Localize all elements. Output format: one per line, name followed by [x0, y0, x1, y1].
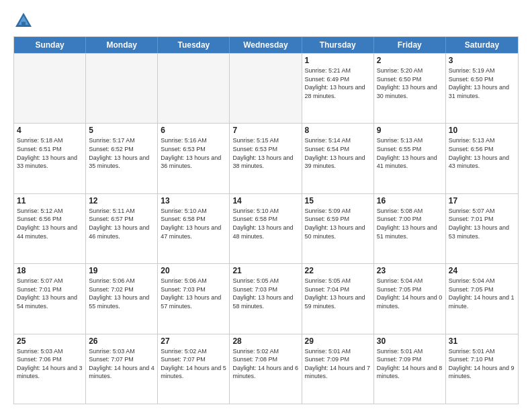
day-number: 15 [305, 196, 371, 205]
cal-cell: 21Sunrise: 5:05 AM Sunset: 7:03 PM Dayli… [230, 264, 302, 333]
cal-cell: 14Sunrise: 5:10 AM Sunset: 6:58 PM Dayli… [230, 194, 302, 263]
cal-cell: 11Sunrise: 5:12 AM Sunset: 6:56 PM Dayli… [14, 194, 86, 263]
cal-cell: 18Sunrise: 5:07 AM Sunset: 7:01 PM Dayli… [14, 264, 86, 333]
cal-week-4: 18Sunrise: 5:07 AM Sunset: 7:01 PM Dayli… [14, 263, 518, 333]
cal-header-friday: Friday [374, 37, 446, 53]
cal-week-3: 11Sunrise: 5:12 AM Sunset: 6:56 PM Dayli… [14, 193, 518, 263]
cal-header-monday: Monday [86, 37, 158, 53]
cal-cell: 19Sunrise: 5:06 AM Sunset: 7:02 PM Dayli… [86, 264, 158, 333]
day-number: 27 [161, 336, 226, 346]
day-number: 11 [17, 196, 83, 205]
calendar-body: 1Sunrise: 5:21 AM Sunset: 6:49 PM Daylig… [14, 53, 518, 404]
day-number: 3 [449, 56, 515, 65]
cell-info: Sunrise: 5:01 AM Sunset: 7:09 PM Dayligh… [377, 347, 443, 381]
cell-info: Sunrise: 5:07 AM Sunset: 7:01 PM Dayligh… [17, 277, 83, 310]
cal-cell: 20Sunrise: 5:06 AM Sunset: 7:03 PM Dayli… [158, 264, 230, 333]
day-number: 30 [377, 336, 443, 346]
cal-cell: 8Sunrise: 5:14 AM Sunset: 6:54 PM Daylig… [302, 124, 374, 193]
cell-info: Sunrise: 5:12 AM Sunset: 6:56 PM Dayligh… [17, 207, 83, 240]
cal-cell: 6Sunrise: 5:16 AM Sunset: 6:53 PM Daylig… [158, 124, 230, 193]
cal-cell: 9Sunrise: 5:13 AM Sunset: 6:55 PM Daylig… [374, 124, 446, 193]
cell-info: Sunrise: 5:13 AM Sunset: 6:55 PM Dayligh… [377, 136, 443, 170]
cal-cell: 24Sunrise: 5:04 AM Sunset: 7:05 PM Dayli… [446, 264, 518, 333]
cell-info: Sunrise: 5:10 AM Sunset: 6:58 PM Dayligh… [161, 207, 226, 240]
cell-info: Sunrise: 5:04 AM Sunset: 7:05 PM Dayligh… [377, 277, 443, 310]
cell-info: Sunrise: 5:03 AM Sunset: 7:07 PM Dayligh… [89, 347, 154, 381]
calendar: SundayMondayTuesdayWednesdayThursdayFrid… [13, 36, 519, 404]
cell-info: Sunrise: 5:11 AM Sunset: 6:57 PM Dayligh… [89, 207, 154, 240]
cal-cell: 28Sunrise: 5:02 AM Sunset: 7:08 PM Dayli… [230, 334, 302, 404]
day-number: 22 [305, 266, 371, 275]
cal-cell: 17Sunrise: 5:07 AM Sunset: 7:01 PM Dayli… [446, 194, 518, 263]
cal-cell: 22Sunrise: 5:05 AM Sunset: 7:04 PM Dayli… [302, 264, 374, 333]
cell-info: Sunrise: 5:19 AM Sunset: 6:50 PM Dayligh… [449, 66, 515, 100]
day-number: 14 [232, 196, 298, 205]
day-number: 24 [449, 266, 515, 275]
cal-week-5: 25Sunrise: 5:03 AM Sunset: 7:06 PM Dayli… [14, 334, 518, 404]
cal-cell: 29Sunrise: 5:01 AM Sunset: 7:09 PM Dayli… [302, 334, 374, 404]
cal-cell: 16Sunrise: 5:08 AM Sunset: 7:00 PM Dayli… [374, 194, 446, 263]
day-number: 31 [449, 336, 515, 346]
header [13, 11, 519, 31]
cal-header-thursday: Thursday [302, 37, 374, 53]
day-number: 29 [305, 336, 371, 346]
cal-cell: 15Sunrise: 5:09 AM Sunset: 6:59 PM Dayli… [302, 194, 374, 263]
cal-header-sunday: Sunday [14, 37, 86, 53]
cal-cell: 10Sunrise: 5:13 AM Sunset: 6:56 PM Dayli… [446, 124, 518, 193]
day-number: 23 [377, 266, 443, 275]
cell-info: Sunrise: 5:02 AM Sunset: 7:08 PM Dayligh… [232, 347, 298, 381]
cell-info: Sunrise: 5:17 AM Sunset: 6:52 PM Dayligh… [89, 136, 154, 170]
cell-info: Sunrise: 5:05 AM Sunset: 7:04 PM Dayligh… [305, 277, 371, 310]
day-number: 6 [161, 126, 226, 135]
day-number: 2 [377, 56, 443, 65]
day-number: 19 [89, 266, 154, 275]
cal-cell: 31Sunrise: 5:01 AM Sunset: 7:10 PM Dayli… [446, 334, 518, 404]
cal-cell: 3Sunrise: 5:19 AM Sunset: 6:50 PM Daylig… [446, 54, 518, 123]
cal-cell: 2Sunrise: 5:20 AM Sunset: 6:50 PM Daylig… [374, 54, 446, 123]
day-number: 18 [17, 266, 83, 275]
cell-info: Sunrise: 5:03 AM Sunset: 7:06 PM Dayligh… [17, 347, 83, 381]
day-number: 13 [161, 196, 226, 205]
cell-info: Sunrise: 5:07 AM Sunset: 7:01 PM Dayligh… [449, 207, 515, 240]
cell-info: Sunrise: 5:20 AM Sunset: 6:50 PM Dayligh… [377, 66, 443, 100]
cal-cell: 7Sunrise: 5:15 AM Sunset: 6:53 PM Daylig… [230, 124, 302, 193]
cal-cell [158, 54, 230, 123]
day-number: 1 [305, 56, 371, 65]
svg-rect-2 [21, 22, 26, 28]
cal-cell [86, 54, 158, 123]
logo [13, 11, 38, 31]
day-number: 7 [232, 126, 298, 135]
day-number: 17 [449, 196, 515, 205]
cal-header-saturday: Saturday [446, 37, 518, 53]
day-number: 21 [232, 266, 298, 275]
cell-info: Sunrise: 5:02 AM Sunset: 7:07 PM Dayligh… [161, 347, 226, 381]
cell-info: Sunrise: 5:04 AM Sunset: 7:05 PM Dayligh… [449, 277, 515, 310]
cal-week-1: 1Sunrise: 5:21 AM Sunset: 6:49 PM Daylig… [14, 53, 518, 123]
cell-info: Sunrise: 5:18 AM Sunset: 6:51 PM Dayligh… [17, 136, 83, 170]
cell-info: Sunrise: 5:15 AM Sunset: 6:53 PM Dayligh… [232, 136, 298, 170]
day-number: 16 [377, 196, 443, 205]
cal-header-tuesday: Tuesday [158, 37, 230, 53]
cal-cell: 26Sunrise: 5:03 AM Sunset: 7:07 PM Dayli… [86, 334, 158, 404]
cell-info: Sunrise: 5:01 AM Sunset: 7:10 PM Dayligh… [449, 347, 515, 381]
day-number: 12 [89, 196, 154, 205]
cal-cell [230, 54, 302, 123]
day-number: 25 [17, 336, 83, 346]
cell-info: Sunrise: 5:16 AM Sunset: 6:53 PM Dayligh… [161, 136, 226, 170]
day-number: 9 [377, 126, 443, 135]
cell-info: Sunrise: 5:06 AM Sunset: 7:03 PM Dayligh… [161, 277, 226, 310]
cal-cell: 5Sunrise: 5:17 AM Sunset: 6:52 PM Daylig… [86, 124, 158, 193]
cal-cell: 27Sunrise: 5:02 AM Sunset: 7:07 PM Dayli… [158, 334, 230, 404]
day-number: 28 [232, 336, 298, 346]
cell-info: Sunrise: 5:10 AM Sunset: 6:58 PM Dayligh… [232, 207, 298, 240]
cell-info: Sunrise: 5:01 AM Sunset: 7:09 PM Dayligh… [305, 347, 371, 381]
day-number: 4 [17, 126, 83, 135]
cell-info: Sunrise: 5:05 AM Sunset: 7:03 PM Dayligh… [232, 277, 298, 310]
cal-cell [14, 54, 86, 123]
cal-cell: 1Sunrise: 5:21 AM Sunset: 6:49 PM Daylig… [302, 54, 374, 123]
cell-info: Sunrise: 5:13 AM Sunset: 6:56 PM Dayligh… [449, 136, 515, 170]
day-number: 10 [449, 126, 515, 135]
cal-header-wednesday: Wednesday [230, 37, 302, 53]
cell-info: Sunrise: 5:21 AM Sunset: 6:49 PM Dayligh… [305, 66, 371, 100]
cal-cell: 23Sunrise: 5:04 AM Sunset: 7:05 PM Dayli… [374, 264, 446, 333]
